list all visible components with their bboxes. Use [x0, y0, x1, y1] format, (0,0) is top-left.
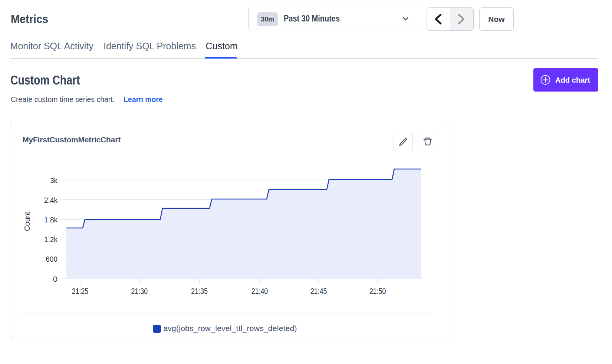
svg-text:21:30: 21:30: [131, 287, 148, 296]
svg-text:0: 0: [53, 275, 57, 283]
svg-text:1.8k: 1.8k: [44, 215, 57, 224]
svg-text:3k: 3k: [50, 176, 57, 185]
svg-text:21:40: 21:40: [251, 287, 268, 296]
svg-text:2.4k: 2.4k: [44, 196, 57, 204]
svg-text:21:45: 21:45: [310, 287, 327, 296]
svg-text:21:35: 21:35: [191, 287, 208, 296]
svg-text:21:25: 21:25: [72, 287, 89, 296]
svg-text:21:50: 21:50: [369, 287, 386, 296]
svg-text:Count: Count: [23, 212, 31, 231]
svg-text:600: 600: [46, 255, 57, 263]
svg-text:1.2k: 1.2k: [44, 235, 57, 244]
